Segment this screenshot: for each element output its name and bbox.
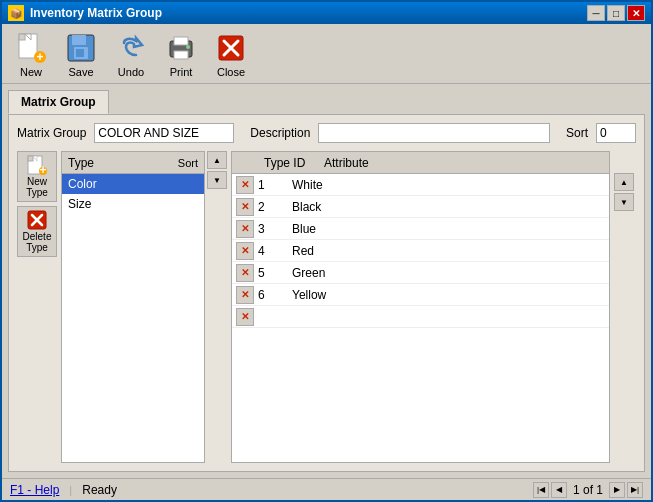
status-separator: | [69,484,72,496]
form-row: Matrix Group Description Sort [17,123,636,143]
svg-rect-17 [28,156,33,161]
close-button[interactable]: Close [208,28,254,82]
nav-controls: |◀ ◀ 1 of 1 ▶ ▶| [533,482,643,498]
content-area: Matrix Group Matrix Group Description So… [2,84,651,478]
attr-row-5: ✕ 5 Green [232,262,609,284]
type-row-size[interactable]: Size [62,194,204,214]
attr-value-6: Yellow [288,288,609,302]
svg-point-12 [186,45,190,49]
matrix-group-input[interactable] [94,123,234,143]
svg-text:+: + [39,163,46,175]
type-actions: + NewType [17,151,57,463]
attr-delete-3-button[interactable]: ✕ [236,220,254,238]
attr-row-1: ✕ 1 White [232,174,609,196]
svg-text:+: + [36,50,43,64]
new-button[interactable]: + New [8,28,54,82]
svg-rect-10 [174,37,188,45]
nav-prev-button[interactable]: ◀ [551,482,567,498]
type-list-header: Type Sort [62,152,204,174]
save-button[interactable]: Save [58,28,104,82]
attr-row-2: ✕ 2 Black [232,196,609,218]
attr-row-4: ✕ 4 Red [232,240,609,262]
description-label: Description [250,126,310,140]
attr-id-3: 3 [258,222,288,236]
title-bar: 📦 Inventory Matrix Group ─ □ ✕ [2,2,651,24]
right-panel: Type ID Attribute ✕ 1 White [231,151,636,463]
tab-matrix-group[interactable]: Matrix Group [8,90,109,114]
type-list-wrapper: Type Sort Color Size ▲ ▼ [61,151,227,463]
print-button[interactable]: Print [158,28,204,82]
nav-first-button[interactable]: |◀ [533,482,549,498]
attr-delete-2-button[interactable]: ✕ [236,198,254,216]
type-row-color[interactable]: Color [62,174,204,194]
maximize-button[interactable]: □ [607,5,625,21]
attr-delete-7-button[interactable]: ✕ [236,308,254,326]
tab-bar: Matrix Group [8,90,645,114]
matrix-group-label: Matrix Group [17,126,86,140]
new-type-icon: + [27,155,47,175]
type-list: Type Sort Color Size [61,151,205,463]
delete-type-icon [27,210,47,230]
attr-type-id-header: Type ID [264,156,324,170]
attr-sort-area: ▲ ▼ [614,151,636,463]
minimize-button[interactable]: ─ [587,5,605,21]
new-type-button[interactable]: + NewType [17,151,57,202]
attr-delete-1-button[interactable]: ✕ [236,176,254,194]
window-close-button[interactable]: ✕ [627,5,645,21]
attr-delete-6-button[interactable]: ✕ [236,286,254,304]
type-list-body: Color Size [62,174,204,462]
attr-value-1: White [288,178,609,192]
undo-label: Undo [118,66,144,78]
attr-value-5: Green [288,266,609,280]
new-icon: + [15,32,47,64]
new-label: New [20,66,42,78]
attr-id-4: 4 [258,244,288,258]
nav-last-button[interactable]: ▶| [627,482,643,498]
attr-delete-4-button[interactable]: ✕ [236,242,254,260]
title-bar-left: 📦 Inventory Matrix Group [8,5,162,21]
attr-row-3: ✕ 3 Blue [232,218,609,240]
new-type-label: NewType [26,176,48,198]
attr-id-6: 6 [258,288,288,302]
description-input[interactable] [318,123,550,143]
nav-next-button[interactable]: ▶ [609,482,625,498]
print-label: Print [170,66,193,78]
print-icon [165,32,197,64]
attr-value-2: Black [288,200,609,214]
attr-delete-5-button[interactable]: ✕ [236,264,254,282]
attr-value-4: Red [288,244,609,258]
type-sort-up-button[interactable]: ▲ [207,151,227,169]
tab-content: Matrix Group Description Sort [8,114,645,472]
attr-row-7: ✕ [232,306,609,328]
svg-rect-11 [174,51,188,59]
window-title: Inventory Matrix Group [30,6,162,20]
close-icon [215,32,247,64]
page-info: 1 of 1 [573,483,603,497]
undo-button[interactable]: Undo [108,28,154,82]
attributes-container: Type ID Attribute ✕ 1 White [231,151,610,463]
attr-sort-up-button[interactable]: ▲ [614,173,634,191]
attr-header: Type ID Attribute [232,152,609,174]
svg-rect-8 [76,49,84,57]
sort-input[interactable] [596,123,636,143]
title-bar-controls: ─ □ ✕ [587,5,645,21]
type-header-label: Type [68,156,94,170]
delete-type-button[interactable]: DeleteType [17,206,57,257]
attr-body: ✕ 1 White ✕ 2 Black [232,174,609,462]
attr-sort-down-button[interactable]: ▼ [614,193,634,211]
type-sort-down-button[interactable]: ▼ [207,171,227,189]
attr-id-5: 5 [258,266,288,280]
close-label: Close [217,66,245,78]
sort-label: Sort [566,126,588,140]
left-panel: + NewType [17,151,227,463]
help-link[interactable]: F1 - Help [10,483,59,497]
save-icon [65,32,97,64]
svg-rect-6 [72,35,86,45]
main-panel: + NewType [17,151,636,463]
status-text: Ready [82,483,523,497]
sort-header-label: Sort [178,157,198,169]
toolbar: + New Save Undo [2,24,651,84]
window-icon: 📦 [8,5,24,21]
svg-rect-1 [19,34,25,40]
status-bar: F1 - Help | Ready |◀ ◀ 1 of 1 ▶ ▶| [2,478,651,500]
